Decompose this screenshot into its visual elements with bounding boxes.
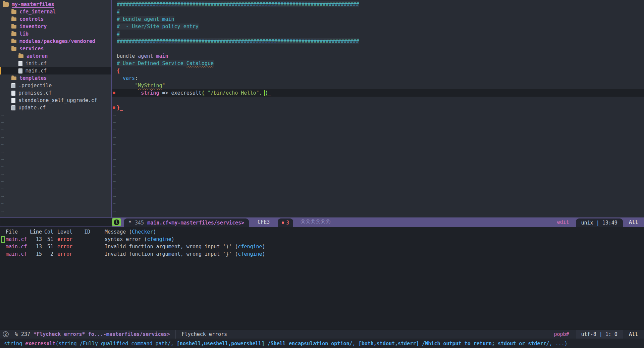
tree-item[interactable]: main.cf — [0, 67, 111, 74]
file-icon — [18, 68, 22, 73]
tree-item[interactable]: controls — [0, 15, 111, 23]
tree-item[interactable]: templates — [0, 74, 111, 82]
empty-line-tilde: ~ — [0, 170, 111, 178]
folder-icon — [11, 25, 16, 29]
empty-line-tilde: ~ — [0, 200, 111, 207]
tree-item[interactable]: init.cf — [0, 60, 111, 67]
empty-line-tilde: ~ — [0, 141, 111, 148]
empty-line-tilde: ~ — [0, 134, 111, 141]
error-message-suffix: ) — [262, 244, 265, 250]
folder-icon — [11, 17, 16, 21]
tree-item-label: autorun — [26, 53, 48, 59]
editor-line[interactable]: ########################################… — [112, 1, 644, 8]
editor-line[interactable]: vars: — [112, 74, 644, 82]
tree-item[interactable]: inventory — [0, 23, 111, 30]
editor-line[interactable]: # — [112, 8, 644, 15]
line-content: # — [117, 30, 120, 38]
fringe — [112, 23, 117, 30]
editor-line[interactable]: { — [112, 67, 644, 74]
buffer-info-chip[interactable]: * 345 main.cf<my-masterfiles/services> — [124, 218, 249, 227]
line-content: vars: — [117, 74, 138, 82]
treemacs-modeline — [0, 217, 112, 227]
window-number-badge-2: 2 — [3, 331, 9, 337]
root-folder-icon — [3, 2, 9, 7]
eldoc-segment: execresult — [25, 341, 55, 347]
empty-line-tilde: ~ — [112, 156, 644, 163]
error-file: main.cf — [6, 251, 30, 257]
error-dot-icon — [113, 92, 115, 94]
editor-line[interactable]: } — [112, 104, 644, 111]
scroll-position: All — [629, 219, 638, 225]
empty-line-tilde: ~ — [0, 207, 111, 215]
code-segment — [117, 75, 123, 81]
code-segment: " — [135, 83, 138, 89]
code-segment: bundle — [117, 53, 138, 59]
error-line: 13 — [30, 244, 42, 250]
readonly-indicator: % — [15, 331, 18, 337]
file-icon — [11, 105, 15, 110]
editor-buffer[interactable]: ########################################… — [112, 0, 644, 217]
tree-item[interactable]: cfe_internal — [0, 8, 111, 15]
error-message-suffix: ) — [171, 236, 174, 242]
flycheck-errors-window[interactable]: File Line Col Level ID Message (Checker)… — [0, 227, 644, 330]
editor-line[interactable]: # - User/Site policy entry — [112, 23, 644, 30]
flycheck-error-count-chip[interactable]: 3 — [278, 218, 293, 227]
tree-item[interactable]: promises.cf — [0, 89, 111, 97]
header-level[interactable]: Level — [57, 229, 77, 235]
major-mode[interactable]: CFE3 — [258, 219, 270, 225]
empty-line-tilde: ~ — [0, 178, 111, 185]
tree-item[interactable]: autorun — [0, 52, 111, 60]
empty-line-tilde: ~ — [0, 185, 111, 193]
editor-line[interactable] — [112, 45, 644, 52]
tree-item[interactable]: services — [0, 45, 111, 52]
header-col[interactable]: Col — [44, 229, 53, 235]
code-segment: MyString — [138, 83, 162, 89]
fringe — [112, 82, 117, 89]
tree-empty-lines: ~~~~~~~~~~~~~~ — [0, 111, 111, 215]
code-segment: " — [162, 83, 165, 89]
error-row[interactable]: main.cf152errorInvalid function argument… — [0, 250, 644, 258]
code-segment: ) — [265, 90, 268, 96]
empty-line-tilde: ~ — [112, 215, 644, 217]
code-segment: ########################################… — [117, 1, 359, 7]
error-message: syntax error (cfengine) — [105, 236, 174, 242]
major-mode-2[interactable]: Flycheck errors — [182, 331, 227, 337]
tree-item-label: main.cf — [25, 68, 47, 74]
editor-line[interactable]: # User Defined Service Catalogue — [112, 60, 644, 67]
error-col: 2 — [44, 251, 53, 257]
empty-line-tilde: ~ — [112, 148, 644, 156]
code-segment — [120, 105, 123, 111]
editor-line[interactable]: ########################################… — [112, 38, 644, 45]
window-number: 1 — [114, 219, 119, 225]
editor-line[interactable] — [112, 97, 644, 104]
error-row[interactable]: main.cf1351errorInvalid function argumen… — [0, 243, 644, 250]
tree-item[interactable]: modules/packages/vendored — [0, 38, 111, 45]
header-id[interactable]: ID — [84, 229, 98, 235]
fringe — [112, 74, 117, 82]
editor-line[interactable]: string => execresult( "/bin/echo Hello",… — [112, 89, 644, 97]
fringe — [112, 45, 117, 52]
error-row[interactable]: main.cf1351errorsyntax error (cfengine) — [0, 236, 644, 243]
empty-line-tilde: ~ — [112, 141, 644, 148]
tree-item[interactable]: standalone_self_upgrade.cf — [0, 97, 111, 104]
tree-item[interactable]: lib — [0, 30, 111, 38]
error-line: 13 — [30, 236, 42, 242]
editor-line[interactable]: # bundle agent main — [112, 15, 644, 23]
line-content: { — [117, 67, 120, 74]
code-segment: { — [117, 68, 120, 74]
tree-item[interactable]: .projectile — [0, 82, 111, 89]
error-file: main.cf — [6, 236, 30, 242]
tree-root-item[interactable]: my-masterfiles — [0, 1, 111, 8]
empty-line-tilde: ~ — [0, 148, 111, 156]
header-line[interactable]: Line — [30, 229, 42, 235]
empty-line-tilde: ~ — [0, 163, 111, 170]
editor-line[interactable]: bundle agent main — [112, 52, 644, 60]
tree-item[interactable]: update.cf — [0, 104, 111, 111]
folder-icon — [11, 10, 16, 14]
editor-line[interactable]: "MyString" — [112, 82, 644, 89]
editor-line[interactable]: # — [112, 30, 644, 38]
buffer-size: 345 — [135, 220, 144, 226]
error-line: 15 — [30, 251, 42, 257]
treemacs-sidebar[interactable]: my-masterfiles cfe_internalcontrolsinven… — [0, 0, 111, 217]
eldoc-segment: (string /Fully qualified command path/, — [56, 341, 177, 347]
